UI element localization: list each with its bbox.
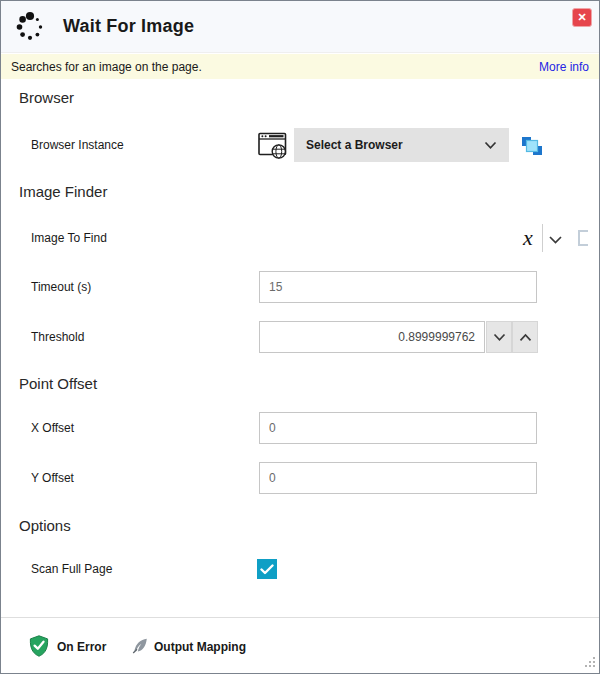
scan-full-page-checkbox[interactable] (257, 559, 277, 579)
browser-window-icon (257, 129, 289, 161)
image-to-find-label: Image To Find (31, 231, 107, 245)
chevron-down-icon (484, 136, 497, 154)
browser-instance-selected-value: Select a Browser (306, 138, 484, 152)
scan-full-page-label: Scan Full Page (31, 562, 112, 576)
threshold-label: Threshold (31, 330, 84, 344)
footer-bar: On Error Output Mapping Save Action C (1, 617, 599, 674)
timeout-label: Timeout (s) (31, 280, 91, 294)
section-heading-browser: Browser (19, 89, 74, 106)
clipped-image-selector-icon[interactable] (578, 230, 588, 246)
spinner-logo-icon (14, 10, 46, 44)
close-button[interactable]: ✕ (572, 8, 592, 27)
browser-instance-label: Browser Instance (31, 138, 124, 152)
info-bar: Searches for an image on the page. More … (1, 54, 599, 79)
action-description: Searches for an image on the page. (11, 60, 202, 74)
variable-picker-icon[interactable] (520, 134, 544, 158)
variable-x-icon[interactable]: x (517, 225, 539, 251)
threshold-input[interactable] (259, 321, 485, 353)
x-offset-label: X Offset (31, 421, 74, 435)
y-offset-input[interactable] (259, 462, 537, 494)
feather-icon (131, 637, 149, 655)
section-heading-options: Options (19, 517, 71, 534)
wait-for-image-dialog: Wait For Image ✕ Searches for an image o… (0, 0, 600, 674)
title-bar: Wait For Image ✕ (1, 1, 599, 53)
divider (542, 224, 543, 252)
image-to-find-chevron-down-icon[interactable] (548, 231, 566, 245)
check-icon (260, 564, 274, 575)
y-offset-label: Y Offset (31, 471, 74, 485)
output-mapping-button[interactable]: Output Mapping (154, 640, 246, 654)
dialog-title: Wait For Image (63, 16, 194, 37)
section-heading-image-finder: Image Finder (19, 183, 107, 200)
x-offset-input[interactable] (259, 412, 537, 444)
timeout-input[interactable] (259, 271, 537, 303)
threshold-increment-button[interactable] (512, 321, 538, 353)
more-info-link[interactable]: More info (539, 60, 589, 74)
section-heading-point-offset: Point Offset (19, 375, 97, 392)
browser-instance-dropdown[interactable]: Select a Browser (294, 128, 509, 162)
on-error-button[interactable]: On Error (57, 640, 106, 654)
shield-check-icon (29, 635, 49, 657)
resize-grip[interactable] (584, 654, 596, 672)
threshold-decrement-button[interactable] (486, 321, 512, 353)
